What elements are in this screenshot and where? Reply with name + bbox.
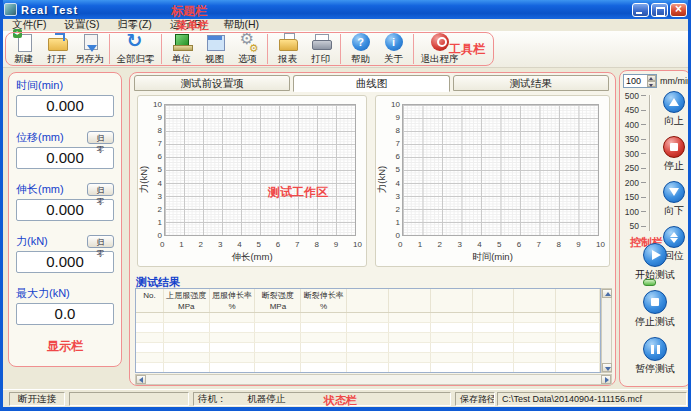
results-column-header	[556, 289, 600, 312]
results-table-header: No.上屈服强度MPa屈服伸长率%断裂强度MPa断裂伸长率%	[136, 289, 600, 313]
x-tick: 10	[353, 240, 362, 249]
display-field-value: 0.000	[16, 95, 114, 117]
minimize-button[interactable]	[632, 3, 649, 17]
toolbar-button-options-gear[interactable]: 选项	[231, 31, 264, 67]
display-field: 位移(mm)归零0.000	[16, 130, 114, 169]
results-vertical-scrollbar[interactable]	[601, 288, 612, 373]
results-column-header	[473, 289, 515, 312]
jog-up-button[interactable]	[663, 91, 685, 113]
chart1-x-axis-label: 时间(min)	[376, 251, 609, 264]
start-test-button[interactable]	[643, 243, 667, 267]
toolbar-button-save-as[interactable]: 另存为	[73, 31, 106, 67]
speed-spinner[interactable]: 100	[623, 74, 657, 88]
x-tick: 7	[537, 240, 541, 249]
slider-tick-label: 50	[622, 222, 646, 231]
return-icon	[670, 232, 678, 243]
tab-bar: 测试前设置项曲线图测试结果	[134, 75, 612, 92]
toolbar-button-new-document[interactable]: 新建	[7, 31, 40, 67]
toolbar-separator	[340, 34, 341, 64]
scroll-right-icon[interactable]	[601, 375, 611, 384]
toolbar-button-label: 帮助	[351, 53, 370, 66]
results-horizontal-scrollbar[interactable]	[135, 374, 612, 385]
toolbar-button-label: 单位	[172, 53, 191, 66]
y-tick: 6	[158, 152, 162, 161]
status-empty-cell	[69, 392, 189, 406]
toolbar-button-report-folder[interactable]: 报表	[271, 31, 304, 67]
menu-item[interactable]: 文件(F)	[3, 18, 55, 32]
application-window: Real Test 标题栏 文件(F)设置(S)归零(Z)运行(R)帮助(H) …	[0, 0, 691, 411]
tab-2[interactable]: 测试结果	[453, 75, 609, 91]
speed-value[interactable]: 100	[624, 75, 647, 87]
chart0-x-ticks: 012345678910	[160, 240, 362, 249]
chart0-y-ticks: 109876543210	[144, 100, 162, 240]
y-tick: 9	[158, 113, 162, 122]
zero-button[interactable]: 归零	[87, 235, 114, 248]
zero-button[interactable]: 归零	[87, 183, 114, 196]
table-row	[136, 353, 600, 363]
test-buttons: 开始测试停止测试暂停测试	[620, 243, 690, 384]
maximize-button[interactable]	[651, 3, 668, 17]
speed-unit-label: mm/min	[660, 76, 691, 86]
scroll-up-icon[interactable]	[602, 289, 612, 298]
save-as-icon	[79, 32, 101, 52]
menu-item[interactable]: 设置(S)	[55, 18, 108, 32]
tab-0[interactable]: 测试前设置项	[134, 75, 290, 91]
x-tick: 10	[596, 240, 605, 249]
view-window-icon	[204, 32, 226, 52]
display-field-value: 0.0	[16, 303, 114, 325]
y-tick: 2	[396, 205, 400, 214]
tab-1[interactable]: 曲线图	[293, 75, 449, 92]
x-tick: 0	[398, 240, 402, 249]
toolbar-button-label: 报表	[278, 53, 297, 66]
y-tick: 1	[396, 218, 400, 227]
jog-stop-button[interactable]	[663, 136, 685, 158]
jog-down-button[interactable]	[663, 181, 685, 203]
jog-down-label: 向下	[664, 204, 684, 218]
slider-tick-label: 300	[622, 149, 646, 158]
toolbar-button-help[interactable]: ?帮助	[344, 31, 377, 67]
close-button[interactable]	[670, 3, 687, 17]
results-column-header: 断裂伸长率%	[301, 289, 347, 312]
chart1-y-ticks: 109876543210	[382, 100, 400, 240]
stop-test-button[interactable]	[643, 290, 667, 314]
results-column-header: 断裂强度MPa	[255, 289, 301, 312]
connection-status[interactable]: 断开连接	[9, 392, 65, 406]
slider-tick-label: 450	[622, 106, 646, 115]
annotation-display-bar: 显示栏	[16, 338, 114, 355]
toolbar-separator	[109, 34, 110, 64]
status-bar: 断开连接 待机： 机器停止 保存路径 C:\Test Data\20140904…	[3, 389, 688, 407]
spinner-arrows-icon[interactable]	[647, 75, 656, 87]
toolbar-button-print[interactable]: 打印	[304, 31, 337, 67]
toolbar-button-open-folder[interactable]: 打开	[40, 31, 73, 67]
exit-icon	[429, 32, 451, 52]
y-tick: 7	[396, 139, 400, 148]
toolbar-button-exit[interactable]: 退出程序	[417, 31, 462, 67]
speed-slider-track[interactable]	[649, 95, 651, 231]
chart1-plot-area	[402, 104, 599, 236]
scroll-left-icon[interactable]	[136, 375, 146, 384]
menu-item[interactable]: 运行(R)	[161, 18, 215, 32]
toolbar-button-about[interactable]: i关于	[377, 31, 410, 67]
toolbar-separator	[413, 34, 414, 64]
display-field-label: 时间(min)	[16, 78, 63, 93]
table-row	[136, 313, 600, 323]
results-column-header: No.	[136, 289, 164, 312]
zero-button[interactable]: 归零	[87, 131, 114, 144]
y-tick: 0	[396, 231, 400, 240]
toolbar-button-label: 视图	[205, 53, 224, 66]
scroll-down-icon[interactable]	[602, 363, 612, 372]
x-tick: 4	[237, 240, 241, 249]
unit-cube-icon	[171, 32, 193, 52]
toolbar-button-zero-all[interactable]: 全部归零	[113, 31, 158, 67]
pause-test-icon	[651, 345, 660, 354]
toolbar-button-label: 另存为	[75, 53, 104, 66]
toolbar-button-unit-cube[interactable]: 单位	[165, 31, 198, 67]
display-field-label: 力(kN)	[16, 234, 48, 249]
help-icon: ?	[350, 32, 372, 52]
y-tick: 7	[158, 139, 162, 148]
toolbar-separator	[161, 34, 162, 64]
pause-test-button[interactable]	[643, 337, 667, 361]
toolbar-button-view-window[interactable]: 视图	[198, 31, 231, 67]
x-tick: 7	[295, 240, 299, 249]
display-field-label: 伸长(mm)	[16, 182, 64, 197]
